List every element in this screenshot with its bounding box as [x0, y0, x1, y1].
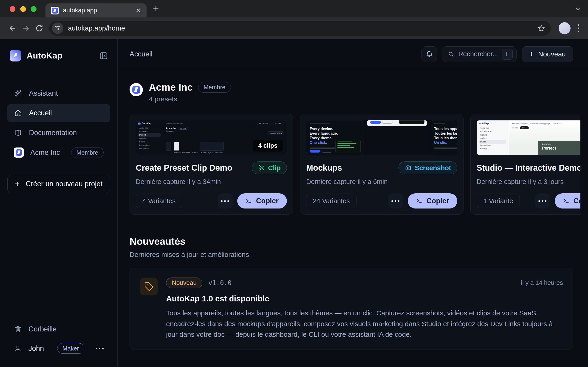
preset-thumbnail: AutoKap Acme Inc Assistant Presets Galer… [136, 120, 287, 155]
version-label: v1.0.0 [208, 279, 232, 287]
collapse-sidebar-icon[interactable] [99, 51, 108, 60]
news-card[interactable]: Nouveau v1.0.0 il y a 14 heures AutoKap … [130, 268, 573, 350]
clips-count-overlay: 4 clips [253, 140, 283, 152]
terminal-icon [246, 198, 252, 204]
main-panel: Accueil Rechercher... F + Nouveau [118, 39, 588, 367]
card-menu-button[interactable] [217, 193, 233, 209]
back-button[interactable] [6, 22, 19, 35]
notifications-button[interactable] [422, 46, 437, 62]
tab-search-chevron-icon[interactable] [573, 5, 582, 13]
clip-type-badge: Clip [252, 161, 287, 174]
copy-button[interactable]: Copier [408, 193, 457, 209]
sparkles-icon [14, 89, 23, 98]
preset-title: Mockups [306, 163, 342, 173]
terminal-icon [563, 198, 569, 204]
book-icon [14, 128, 23, 137]
preset-thumbnail: Every device. Every language. Every them… [306, 120, 457, 155]
reload-button[interactable] [33, 22, 46, 35]
screenshot-type-badge: Screenshot [398, 161, 457, 174]
workspace-avatar [130, 83, 143, 96]
minimize-window-button[interactable] [20, 6, 26, 12]
browser-tab[interactable]: autokap.app ✕ [45, 3, 147, 17]
preset-title: Studio — Interactive Demo [477, 163, 580, 173]
sidebar-item-label: Corbeille [28, 325, 57, 333]
close-window-button[interactable] [10, 6, 15, 12]
camera-icon [405, 165, 412, 171]
sidebar-item-label: Accueil [29, 109, 52, 117]
copy-button[interactable]: Copier [237, 193, 287, 209]
search-placeholder: Rechercher... [458, 50, 498, 58]
content-area: Acme Inc Membre 4 presets AutoKap Acme [118, 69, 588, 367]
sidebar-item-corbeille[interactable]: Corbeille [7, 320, 110, 338]
profile-avatar[interactable] [559, 22, 571, 34]
tab-strip: autokap.app ✕ + [0, 0, 588, 17]
sidebar-item-accueil[interactable]: Accueil [7, 104, 110, 122]
variants-button[interactable]: 4 Variantes [136, 194, 182, 208]
preset-card-create-preset-clip-demo[interactable]: AutoKap Acme Inc Assistant Presets Galer… [130, 114, 293, 215]
news-subheading: Dernières mises à jour et améliorations. [130, 251, 573, 259]
tab-close-icon[interactable]: ✕ [136, 7, 141, 14]
address-bar[interactable]: autokap.app/home [49, 21, 551, 36]
plus-icon: + [529, 50, 534, 58]
zoom-window-button[interactable] [31, 6, 36, 12]
scissors-icon [258, 165, 265, 171]
preset-thumbnail: AutoKap Acme Inc Ask AutoKap Presets Gal… [477, 120, 580, 155]
sidebar-item-label: Documentation [29, 129, 77, 137]
last-capture-text: Dernière capture il y a 6min [306, 178, 457, 186]
new-button[interactable]: + Nouveau [522, 46, 573, 62]
user-menu-icon[interactable] [96, 348, 104, 349]
bookmark-star-icon[interactable] [537, 24, 545, 32]
url-text: autokap.app/home [68, 24, 533, 32]
nouveau-badge: Nouveau [166, 277, 202, 288]
new-tab-button[interactable]: + [153, 4, 159, 14]
create-project-button[interactable]: + Créer un nouveau projet [7, 175, 110, 193]
browser-toolbar: autokap.app/home [0, 17, 588, 39]
membre-badge: Membre [71, 147, 104, 158]
brand-name: AutoKap [27, 51, 94, 60]
last-capture-text: Dernière capture il y a 3 jours [477, 178, 580, 186]
terminal-icon [416, 198, 422, 204]
new-button-label: Nouveau [538, 50, 566, 58]
bell-icon [425, 50, 433, 58]
search-input[interactable]: Rechercher... F [442, 46, 517, 62]
site-settings-icon[interactable] [52, 23, 63, 34]
last-capture-text: Dernière capture il y a 34min [136, 178, 287, 186]
sidebar-nav: Assistant Accueil Documentation Acme Inc… [7, 84, 110, 161]
tab-title: autokap.app [63, 7, 132, 14]
trash-icon [14, 325, 22, 333]
preset-card-studio-interactive-demo[interactable]: AutoKap Acme Inc Ask AutoKap Presets Gal… [470, 114, 580, 215]
news-timestamp: il y a 14 heures [521, 279, 563, 286]
traffic-lights [10, 6, 36, 12]
sidebar-item-documentation[interactable]: Documentation [7, 124, 110, 142]
brand-row: AutoKap [7, 50, 110, 62]
plus-icon: + [15, 180, 20, 188]
acme-workspace-icon [14, 148, 24, 158]
sidebar-item-label: Acme Inc [30, 148, 60, 157]
search-icon [448, 51, 454, 57]
variants-button[interactable]: 24 Variantes [306, 194, 356, 208]
main-header: Accueil Rechercher... F + Nouveau [118, 39, 588, 69]
autokap-logo-icon [9, 50, 22, 62]
forward-button[interactable] [19, 22, 33, 35]
news-section: Nouveautés Dernières mises à jour et amé… [130, 236, 573, 350]
card-menu-button[interactable] [388, 193, 403, 209]
user-row[interactable]: John Maker [7, 340, 110, 357]
copy-button[interactable]: Copier [555, 193, 580, 209]
browser-window: autokap.app ✕ + autokap.app/home [0, 0, 588, 367]
preset-cards-row: AutoKap Acme Inc Assistant Presets Galer… [130, 114, 580, 215]
breadcrumb[interactable]: Accueil [130, 50, 416, 58]
sidebar-item-assistant[interactable]: Assistant [7, 84, 110, 102]
search-shortcut-key: F [502, 49, 513, 60]
sidebar-item-label: Assistant [29, 89, 58, 98]
workspace-membre-badge: Membre [198, 82, 231, 93]
tab-favicon-icon [51, 7, 59, 15]
user-icon [14, 344, 22, 352]
browser-menu-icon[interactable] [575, 24, 582, 32]
news-title: AutoKap 1.0 est disponible [166, 294, 563, 303]
sidebar-item-acme-inc[interactable]: Acme Inc Membre [7, 144, 110, 161]
news-body: Tous les appareils, toutes les langues, … [166, 308, 563, 340]
card-menu-button[interactable] [535, 193, 550, 209]
preset-card-mockups[interactable]: Every device. Every language. Every them… [300, 114, 464, 215]
variants-button[interactable]: 1 Variante [477, 194, 520, 208]
autokap-app: AutoKap Assistant Accueil Documentation [0, 39, 588, 367]
